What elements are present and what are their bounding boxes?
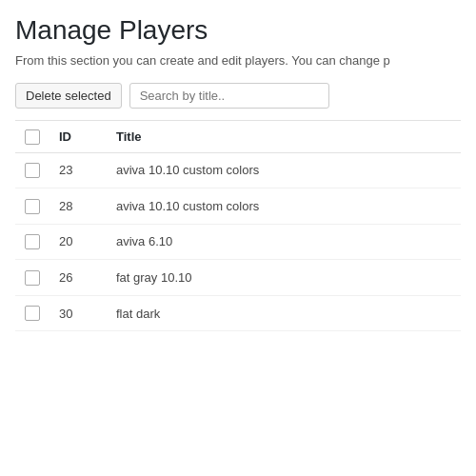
- row-checkbox[interactable]: [25, 199, 40, 214]
- page-container: Manage Players From this section you can…: [0, 0, 476, 331]
- row-id-cell: 26: [50, 260, 107, 296]
- delete-selected-button[interactable]: Delete selected: [15, 83, 122, 109]
- table-header-row: ID Title: [15, 121, 461, 153]
- row-checkbox[interactable]: [25, 270, 40, 286]
- row-checkbox-cell: [15, 224, 50, 260]
- row-checkbox[interactable]: [25, 163, 40, 178]
- row-id-cell: 30: [50, 295, 107, 331]
- table-row: 23 aviva 10.10 custom colors: [15, 152, 461, 188]
- row-id-cell: 23: [50, 152, 107, 188]
- row-checkbox-cell: [15, 188, 50, 225]
- header-id-col: ID: [50, 121, 107, 153]
- header-checkbox-col: [15, 121, 50, 153]
- header-title-col: Title: [107, 121, 461, 153]
- row-id-cell: 20: [50, 224, 107, 260]
- toolbar: Delete selected: [15, 83, 461, 109]
- page-description: From this section you can create and edi…: [15, 53, 461, 68]
- select-all-checkbox[interactable]: [25, 129, 40, 145]
- row-checkbox-cell: [15, 152, 50, 188]
- row-checkbox-cell: [15, 260, 50, 296]
- search-input[interactable]: [129, 83, 329, 109]
- table-row: 30 flat dark: [15, 295, 461, 331]
- row-title-cell: aviva 10.10 custom colors: [107, 152, 461, 188]
- row-checkbox-cell: [15, 295, 50, 331]
- row-title-cell: fat gray 10.10: [107, 260, 461, 296]
- table-row: 26 fat gray 10.10: [15, 260, 461, 296]
- table-row: 20 aviva 6.10: [15, 224, 461, 260]
- row-checkbox[interactable]: [25, 306, 40, 321]
- table-row: 28 aviva 10.10 custom colors: [15, 188, 461, 225]
- row-title-cell: aviva 6.10: [107, 224, 461, 260]
- row-title-cell: aviva 10.10 custom colors: [107, 188, 461, 225]
- players-table: ID Title 23 aviva 10.10 custom colors 28…: [15, 120, 461, 331]
- page-title: Manage Players: [15, 15, 461, 46]
- row-title-cell: flat dark: [107, 295, 461, 331]
- row-checkbox[interactable]: [25, 234, 40, 249]
- row-id-cell: 28: [50, 188, 107, 225]
